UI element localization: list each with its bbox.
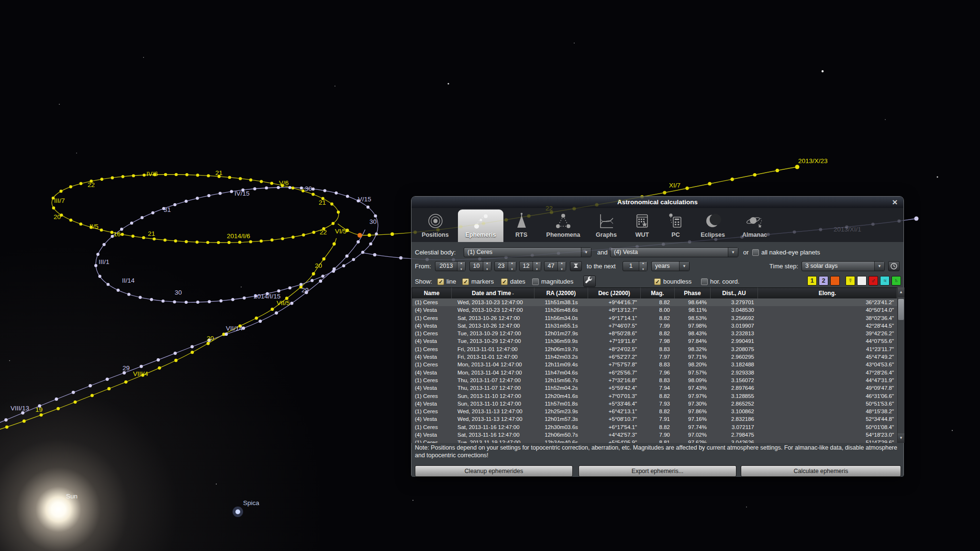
calculate-ephemerisbutton[interactable]: Calculate ephemeris [741, 465, 901, 477]
tab-phenomena[interactable]: Phenomena [539, 209, 587, 242]
checkbox-unchecked[interactable] [752, 249, 759, 256]
table-scrollbar[interactable]: ▲ ▼ [897, 287, 904, 443]
from-date-part-1[interactable]: 10▲▼ [469, 261, 491, 271]
all-naked-eye-planets-checkbox[interactable]: all naked-eye planets [752, 247, 820, 257]
from-date-part-3[interactable]: 12▲▼ [519, 261, 541, 271]
scroll-down-icon[interactable]: ▼ [898, 433, 904, 443]
spinner-arrows[interactable]: ▲▼ [457, 262, 465, 271]
column-header-dec-j2000-[interactable]: Dec (J2000) [588, 287, 641, 298]
table-row[interactable]: (4) VestaWed, 2013-11-13 12:47:0012h01m5… [412, 415, 897, 423]
cleanup-ephemeridesbutton[interactable]: Cleanup ephemerides [415, 465, 573, 477]
table-row[interactable]: (1) CeresWed, 2013-11-13 12:47:0012h25m2… [412, 408, 897, 415]
table-row[interactable]: (4) VestaFri, 2013-11-01 12:47:0011h42m0… [412, 353, 897, 361]
checkbox-checked[interactable]: ✓ [654, 278, 661, 285]
tab-pc[interactable]: PC [659, 209, 692, 242]
spinner-arrows[interactable]: ▲▼ [508, 262, 516, 271]
checkbox-checked[interactable]: ✓ [501, 278, 508, 285]
body1-dropdown[interactable]: (1) Ceres ▼ [464, 247, 591, 257]
checkbox-checked[interactable]: ✓ [437, 278, 444, 285]
checkbox-label: markers [471, 278, 494, 285]
body2-dropdown[interactable]: (4) Vesta ▼ [610, 247, 738, 257]
table-row[interactable]: (4) VestaSun, 2013-11-10 12:47:0011h57m0… [412, 400, 897, 408]
table-row[interactable]: (1) CeresThu, 2013-11-07 12:47:0012h15m5… [412, 376, 897, 384]
show-markers-checkbox[interactable]: ✓markers [462, 276, 494, 287]
table-row[interactable]: (1) CeresSun, 2013-11-10 12:47:0012h20m4… [412, 392, 897, 400]
cell: 12h01m57.3s [535, 415, 588, 423]
tab-almanac[interactable]: Almanac [733, 209, 776, 242]
spinner-arrows[interactable]: ▲▼ [639, 262, 647, 271]
swatch-2[interactable] [830, 276, 840, 286]
wrench-icon[interactable] [583, 276, 596, 287]
show-dates-checkbox[interactable]: ✓dates [501, 276, 525, 287]
tab-rts[interactable]: RTS [503, 209, 539, 242]
table-header[interactable]: NameDate and Time -RA (J2000)Dec (J2000)… [412, 287, 897, 298]
checkbox-unchecked[interactable] [532, 278, 539, 285]
table-row[interactable]: (1) CeresTue, 2013-11-19 12:47:0012h34m4… [412, 439, 897, 443]
export-ephemeris-button[interactable]: Export ephemeris... [579, 465, 736, 477]
table-row[interactable]: (4) VestaThu, 2013-11-07 12:47:0011h52m0… [412, 384, 897, 392]
swatch-☿[interactable]: ☿ [846, 276, 855, 286]
from-date-part-2[interactable]: 23▲▼ [494, 261, 516, 271]
time-step-dropdown[interactable]: 3 solar days ▼ [802, 261, 885, 271]
from-date-part-0[interactable]: 2013▲▼ [435, 261, 466, 271]
tab-eclipses[interactable]: Eclipses [692, 209, 733, 242]
current-time-button[interactable] [570, 261, 582, 271]
spinner-arrows[interactable]: ▲▼ [533, 262, 541, 271]
scrollbar-thumb[interactable] [898, 299, 904, 320]
dialog-titlebar[interactable]: Astronomical calculations × [412, 197, 903, 208]
tab-positions[interactable]: Positions [412, 209, 458, 242]
table-row[interactable]: (1) CeresSat, 2013-10-26 12:47:0011h56m3… [412, 314, 897, 322]
chevron-down-icon[interactable]: ▼ [874, 262, 884, 271]
column-header-date-and-time[interactable]: Date and Time - [452, 287, 535, 298]
table-row[interactable]: (4) VestaWed, 2013-10-23 12:47:0011h26m4… [412, 306, 897, 314]
table-row[interactable]: (1) CeresTue, 2013-10-29 12:47:0012h01m2… [412, 330, 897, 337]
checkbox-unchecked[interactable] [701, 278, 708, 285]
table-row[interactable]: (1) CeresFri, 2013-11-01 12:47:0012h06m1… [412, 345, 897, 353]
chevron-down-icon[interactable]: ▼ [728, 248, 738, 257]
column-header-ra-j2000-[interactable]: RA (J2000) [535, 287, 588, 298]
column-header-dist-au[interactable]: Dist., AU [711, 287, 758, 298]
table-row[interactable]: (4) VestaMon, 2013-11-04 12:47:0011h47m0… [412, 369, 897, 376]
column-header-phase[interactable]: Phase [675, 287, 711, 298]
spinner-arrows[interactable]: ▲▼ [557, 262, 566, 271]
table-row[interactable]: (1) CeresWed, 2013-10-23 12:47:0011h51m3… [412, 298, 897, 306]
cell: 97.02% [675, 431, 711, 439]
checkbox-checked[interactable]: ✓ [462, 278, 469, 285]
to-next-unit-dropdown[interactable]: years ▼ [651, 261, 690, 271]
swatch-2[interactable]: 2 [819, 276, 828, 286]
table-row[interactable]: (1) CeresSat, 2013-11-16 12:47:0012h30m0… [412, 423, 897, 431]
to-next-stepper[interactable]: 1 ▲▼ [623, 261, 647, 271]
from-date-part-4[interactable]: 47▲▼ [544, 261, 566, 271]
table-row[interactable]: (1) CeresMon, 2013-11-04 12:47:0012h11m0… [412, 361, 897, 368]
cell: (1) Ceres [412, 376, 452, 384]
chevron-down-icon[interactable]: ▼ [679, 262, 689, 271]
column-header-elong-[interactable]: Elong. [758, 287, 897, 298]
show-line-checkbox[interactable]: ✓line [437, 276, 456, 287]
tab-ephemeris[interactable]: Ephemeris [458, 209, 503, 242]
svg-text:VII/14: VII/14 [226, 325, 243, 332]
swatch-♃[interactable]: ♃ [880, 276, 890, 286]
close-icon[interactable]: × [890, 197, 900, 208]
table-row[interactable]: (4) VestaSat, 2013-10-26 12:47:0011h31m5… [412, 322, 897, 330]
scroll-up-icon[interactable]: ▲ [898, 287, 904, 297]
swatch-♂[interactable]: ♂ [869, 276, 878, 286]
table-row[interactable]: (4) VestaSat, 2013-11-16 12:47:0012h06m5… [412, 431, 897, 439]
table-row[interactable]: (4) VestaTue, 2013-10-29 12:47:0011h36m5… [412, 337, 897, 345]
swatch-1[interactable]: 1 [807, 276, 817, 286]
tab-wut[interactable]: WUT [625, 209, 659, 242]
spinner-arrows[interactable]: ▲▼ [483, 262, 491, 271]
swatch-♄[interactable]: ♄ [891, 276, 901, 286]
column-header-name[interactable]: Name [412, 287, 452, 298]
cell: 12h11m09.4s [535, 361, 588, 368]
cell: (4) Vesta [412, 431, 452, 439]
column-header-mag-[interactable]: Mag. [641, 287, 675, 298]
tab-graphs[interactable]: Graphs [587, 209, 625, 242]
horcoord-checkbox[interactable]: hor. coord. [701, 276, 739, 287]
boundless-checkbox[interactable]: ✓boundless [654, 276, 691, 287]
swatch-4[interactable] [857, 276, 867, 286]
svg-text:II/5: II/5 [89, 223, 99, 230]
cell: 39°42'26.2" [758, 330, 897, 337]
chevron-down-icon[interactable]: ▼ [581, 248, 591, 257]
reset-time-step-button[interactable] [888, 261, 900, 271]
show-magnitudes-checkbox[interactable]: magnitudes [532, 276, 573, 287]
